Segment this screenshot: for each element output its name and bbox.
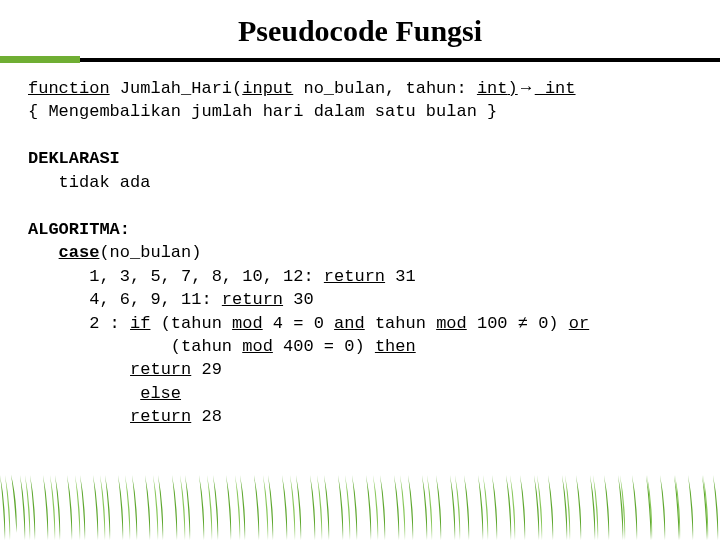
- rule-accent: [0, 56, 80, 63]
- kw-else: else: [140, 384, 181, 403]
- cond1a: (tahun: [150, 314, 232, 333]
- cond1d: 100 ≠ 0): [467, 314, 569, 333]
- title-rule: [28, 56, 692, 60]
- ret29-pre: [28, 360, 130, 379]
- kw-return-29: return: [130, 360, 191, 379]
- params: no_bulan, tahun:: [293, 79, 477, 98]
- kw-return-28: return: [130, 407, 191, 426]
- kw-return-2: return: [222, 290, 283, 309]
- deklarasi-label: DEKLARASI: [28, 149, 120, 168]
- algoritma-label: ALGORITMA:: [28, 220, 130, 239]
- code-block: function Jumlah_Hari(input no_bulan, tah…: [28, 76, 692, 429]
- kw-then: then: [375, 337, 416, 356]
- deklarasi-body: tidak ada: [28, 173, 150, 192]
- kw-function: function: [28, 79, 110, 98]
- else-pre: [28, 384, 140, 403]
- ret28-pre: [28, 407, 130, 426]
- fn-name: Jumlah_Hari(: [110, 79, 243, 98]
- kw-mod-1: mod: [232, 314, 263, 333]
- cond1b: 4 = 0: [263, 314, 334, 333]
- cond2-post: 400 = 0): [273, 337, 375, 356]
- kw-case: case: [59, 243, 100, 262]
- arrow-icon: →: [518, 78, 535, 97]
- ret29-num: 29: [191, 360, 222, 379]
- cond1c: tahun: [365, 314, 436, 333]
- type-int-1: int: [477, 79, 508, 98]
- kw-input: input: [242, 79, 293, 98]
- cond2-pre: (tahun: [28, 337, 242, 356]
- indent: [28, 243, 59, 262]
- slide-title: Pseudocode Fungsi: [28, 14, 692, 48]
- paren-close: ): [508, 79, 518, 98]
- case-row-2-vals: 4, 6, 9, 11:: [28, 290, 222, 309]
- kw-and: and: [334, 314, 365, 333]
- type-int-2: int: [535, 79, 576, 98]
- slide: Pseudocode Fungsi function Jumlah_Hari(i…: [0, 0, 720, 540]
- ret28-num: 28: [191, 407, 222, 426]
- case-row-3-pre: 2 :: [28, 314, 130, 333]
- case-row-2-num: 30: [283, 290, 314, 309]
- case-row-1-vals: 1, 3, 5, 7, 8, 10, 12:: [28, 267, 324, 286]
- case-row-1-num: 31: [385, 267, 416, 286]
- kw-mod-3: mod: [242, 337, 273, 356]
- rule-main: [0, 58, 720, 62]
- kw-return-1: return: [324, 267, 385, 286]
- kw-mod-2: mod: [436, 314, 467, 333]
- case-arg: (no_bulan): [99, 243, 201, 262]
- kw-if: if: [130, 314, 150, 333]
- kw-or: or: [569, 314, 589, 333]
- desc-line: { Mengembalikan jumlah hari dalam satu b…: [28, 102, 497, 121]
